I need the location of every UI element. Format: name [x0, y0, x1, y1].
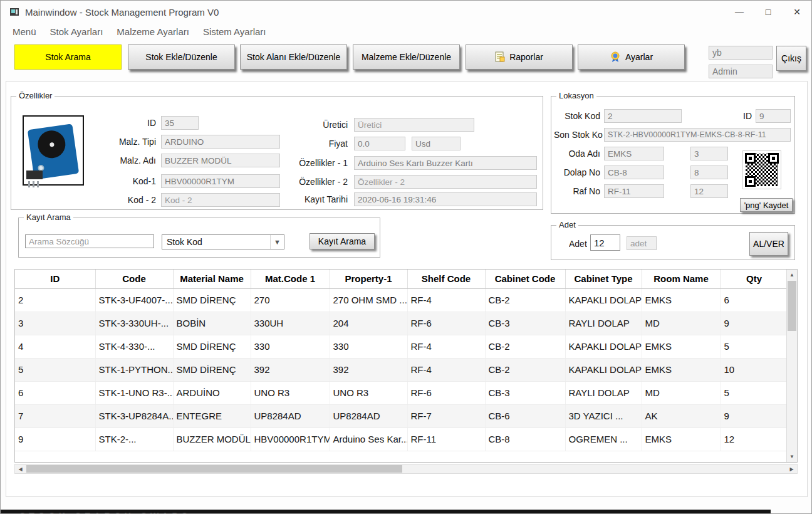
properties-group-title: Özellikler: [16, 91, 55, 100]
table-cell: STK-3-UP8284A...: [95, 404, 173, 427]
column-header-cabinet-code[interactable]: Cabinet Code: [485, 270, 565, 288]
kod1-field[interactable]: [161, 174, 280, 188]
record-search-button[interactable]: Kayıt Arama: [310, 233, 375, 249]
ozellikler2-field[interactable]: [354, 175, 537, 189]
table-row[interactable]: 4STK-4-330-...SMD DİRENÇ330330RF-4CB-2KA…: [15, 335, 788, 358]
location-group-title: Lokasyon: [556, 91, 596, 100]
table-cell: SMD DİRENÇ: [173, 335, 251, 358]
ozellikler1-field[interactable]: [354, 156, 537, 170]
scroll-down-icon[interactable]: ▼: [787, 451, 797, 462]
oda-adi-field[interactable]: [604, 147, 664, 160]
malz-adi-label: Malz. Adı: [98, 154, 156, 167]
minimize-button[interactable]: —: [725, 1, 754, 23]
menu-item-menu[interactable]: Menü: [6, 26, 43, 37]
table-row[interactable]: 2STK-3-UF4007-...SMD DİRENÇ270270 OHM SM…: [15, 288, 788, 312]
dolap-no-label: Dolap No: [553, 166, 600, 179]
stok-arama-button[interactable]: Stok Arama: [14, 45, 122, 70]
column-header-mat-code-1[interactable]: Mat.Code 1: [251, 270, 330, 288]
column-header-code[interactable]: Code: [95, 270, 173, 288]
table-cell: ARDUİNO: [173, 381, 251, 404]
exit-button[interactable]: Çıkış: [776, 46, 806, 71]
maximize-button[interactable]: □: [754, 1, 783, 23]
raf-no-field[interactable]: [604, 184, 664, 198]
table-cell: RF-4: [407, 358, 485, 381]
malzeme-ekle-duzenle-button[interactable]: Malzeme Ekle/Düzenle: [353, 45, 460, 70]
table-row[interactable]: 3STK-3-330UH-...BOBİN330UH204RF-6CB-3RAY…: [15, 312, 788, 335]
son-stok-kod-field[interactable]: [604, 128, 791, 142]
table-cell: MD: [642, 381, 721, 404]
malz-tipi-field[interactable]: [161, 135, 280, 149]
table-cell: STK-2-...: [95, 427, 173, 451]
raf-no-count-field[interactable]: [690, 184, 728, 198]
dolap-no-field[interactable]: [604, 165, 664, 179]
column-header-material-name[interactable]: Material Name: [173, 270, 251, 288]
alver-button[interactable]: AL/VER: [749, 232, 788, 256]
id-field[interactable]: [161, 116, 199, 130]
stock-table-body: 2STK-3-UF4007-...SMD DİRENÇ270270 OHM SM…: [15, 288, 788, 451]
currency-field[interactable]: [412, 137, 461, 150]
table-cell: 330: [330, 335, 407, 358]
scroll-right-icon[interactable]: ▶: [786, 464, 797, 473]
report-icon: [495, 51, 505, 63]
kod2-field[interactable]: [161, 193, 280, 207]
dolap-no-count-field[interactable]: [690, 165, 728, 179]
table-cell: CB-2: [485, 358, 565, 381]
record-search-group-title: Kayıt Arama: [24, 212, 73, 222]
menu-item-sistem-ayarlari[interactable]: Sistem Ayarları: [196, 26, 273, 37]
table-cell: STK-3-330UH-...: [95, 312, 173, 335]
table-cell: 10: [721, 358, 788, 381]
table-cell: RAYLI DOLAP: [565, 381, 642, 404]
kayit-tarihi-label: Kayıt Tarihi: [285, 193, 348, 206]
column-header-room-name[interactable]: Room Name: [642, 270, 721, 288]
table-cell: 4: [15, 335, 95, 358]
stok-alani-ekle-duzenle-button[interactable]: Stok Alanı Ekle/Düzenle: [240, 45, 347, 70]
column-header-qty[interactable]: Qty: [721, 270, 788, 288]
horizontal-scroll-thumb[interactable]: [26, 465, 402, 473]
stok-kod-field[interactable]: [604, 109, 682, 123]
uretici-field[interactable]: [354, 118, 474, 132]
table-row[interactable]: 9STK-2-...BUZZER MODÜLHBV00000R1TYMArdui…: [15, 427, 788, 451]
close-button[interactable]: ✕: [783, 1, 811, 23]
location-id-field[interactable]: [756, 109, 791, 123]
oda-adi-count-field[interactable]: [690, 147, 728, 160]
table-row[interactable]: 5STK-1-PYTHON...SMD DİRENÇ392392RF-4CB-2…: [15, 358, 788, 381]
table-cell: UP8284AD: [330, 404, 407, 427]
quantity-group: Adet Adet AL/VER: [551, 225, 795, 260]
ayarlar-button[interactable]: Ayarlar: [578, 45, 685, 70]
table-cell: 330: [251, 335, 330, 358]
malz-adi-field[interactable]: [161, 154, 280, 167]
table-cell: EMKS: [642, 358, 721, 381]
table-cell: BOBİN: [173, 312, 251, 335]
column-header-property-1[interactable]: Property-1: [330, 270, 407, 288]
menu-item-malzeme-ayarlari[interactable]: Malzeme Ayarları: [110, 26, 196, 37]
table-cell: 9: [15, 427, 95, 451]
horizontal-scrollbar[interactable]: ◀ ▶: [14, 464, 798, 474]
username-field[interactable]: [709, 46, 773, 60]
stok-ekle-duzenle-button[interactable]: Stok Ekle/Düzenle: [128, 45, 235, 70]
raporlar-button[interactable]: Raporlar: [466, 45, 573, 70]
product-image: [23, 115, 84, 186]
role-field[interactable]: [709, 65, 773, 78]
table-cell: 6: [721, 288, 788, 312]
png-save-button[interactable]: 'png' Kaydet: [740, 198, 793, 212]
column-header-id[interactable]: ID: [15, 270, 95, 288]
quantity-input[interactable]: [590, 234, 620, 251]
table-row[interactable]: 7STK-3-UP8284A...ENTEGREUP8284ADUP8284AD…: [15, 404, 788, 427]
column-header-cabinet-type[interactable]: Cabinet Type: [565, 270, 642, 288]
vertical-scrollbar[interactable]: ▲ ▼: [786, 270, 797, 462]
search-field-dropdown-value: Stok Kod: [167, 237, 202, 247]
fiyat-field[interactable]: [354, 137, 405, 150]
scroll-up-icon[interactable]: ▲: [787, 270, 797, 280]
scroll-left-icon[interactable]: ◀: [15, 464, 26, 473]
column-header-shelf-code[interactable]: Shelf Code: [407, 270, 485, 288]
ayarlar-label: Ayarlar: [625, 52, 653, 62]
search-input[interactable]: [25, 234, 154, 248]
search-field-dropdown[interactable]: Stok Kod ▼: [162, 234, 284, 249]
oda-adi-label: Oda Adı: [553, 147, 600, 160]
table-row[interactable]: 6STK-1-UNO R3-...ARDUİNOUNO R3UNO R3RF-6…: [15, 381, 788, 404]
unit-field[interactable]: [627, 236, 657, 250]
table-cell: EMKS: [642, 288, 721, 312]
kayit-tarihi-field[interactable]: [354, 192, 537, 206]
vertical-scroll-thumb[interactable]: [788, 281, 796, 331]
menu-item-stok-ayarlari[interactable]: Stok Ayarları: [43, 26, 110, 37]
